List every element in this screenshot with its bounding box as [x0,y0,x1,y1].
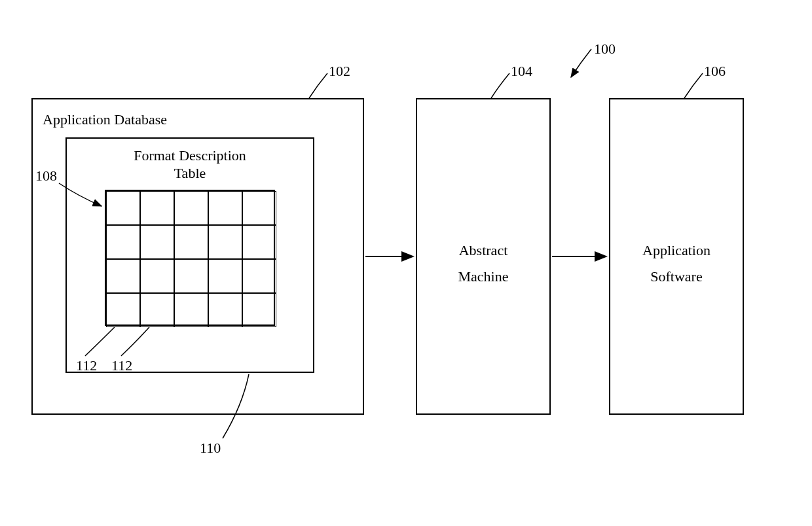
table-grid [105,190,275,326]
application-database-label: Application Database [43,111,167,128]
ref-108: 108 [35,167,57,184]
leadline-100 [571,49,591,77]
ref-104: 104 [511,63,532,80]
ref-106: 106 [704,63,726,80]
leadline-102 [309,73,327,98]
machine-label: Machine [416,268,551,285]
ref-112-b: 112 [111,357,132,374]
ref-112-a: 112 [76,357,97,374]
format-description-label-line1: Format Description [118,147,262,164]
leadline-104 [491,73,509,98]
application-label: Application [609,242,744,259]
software-label: Software [609,268,744,285]
ref-102: 102 [329,63,350,80]
format-description-label-line2: Table [118,165,262,182]
ref-110: 110 [200,440,221,457]
abstract-label: Abstract [416,242,551,259]
leadline-106 [684,73,703,98]
ref-100: 100 [594,41,616,58]
